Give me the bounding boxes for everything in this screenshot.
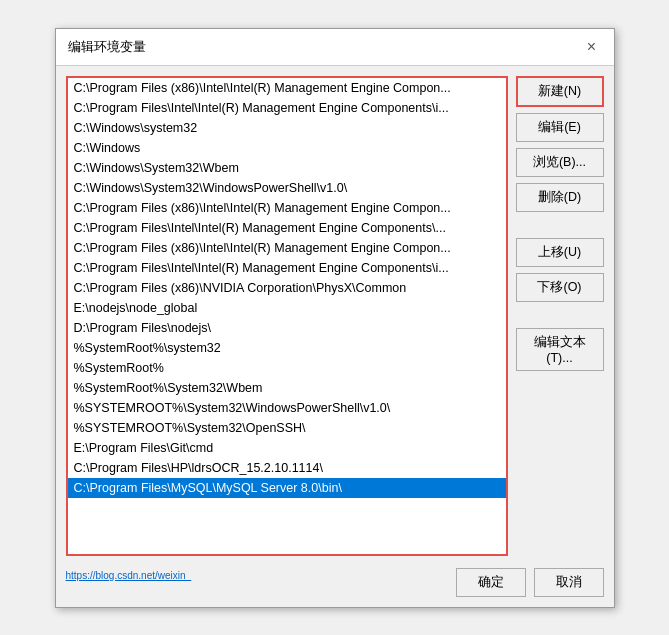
list-item[interactable]: %SystemRoot%: [68, 358, 506, 378]
dialog-footer: https://blog.csdn.net/weixin_ 确定 取消: [56, 562, 614, 607]
list-item[interactable]: C:\Program Files (x86)\Intel\Intel(R) Ma…: [68, 238, 506, 258]
buttons-column: 新建(N) 编辑(E) 浏览(B)... 删除(D) 上移(U) 下移(O) 编…: [516, 76, 604, 556]
list-item[interactable]: C:\Program Files\HP\ldrsOCR_15.2.10.1114…: [68, 458, 506, 478]
down-button[interactable]: 下移(O): [516, 273, 604, 302]
dialog-title: 编辑环境变量: [68, 38, 146, 56]
dialog-body: C:\Program Files (x86)\Intel\Intel(R) Ma…: [56, 66, 614, 562]
list-item[interactable]: C:\Program Files (x86)\Intel\Intel(R) Ma…: [68, 78, 506, 98]
list-item[interactable]: %SystemRoot%\System32\Wbem: [68, 378, 506, 398]
browse-button[interactable]: 浏览(B)...: [516, 148, 604, 177]
list-item[interactable]: C:\Program Files\Intel\Intel(R) Manageme…: [68, 98, 506, 118]
list-item[interactable]: %SystemRoot%\system32: [68, 338, 506, 358]
list-item[interactable]: C:\Windows\System32\Wbem: [68, 158, 506, 178]
list-item[interactable]: %SYSTEMROOT%\System32\OpenSSH\: [68, 418, 506, 438]
up-button[interactable]: 上移(U): [516, 238, 604, 267]
list-item[interactable]: C:\Program Files\Intel\Intel(R) Manageme…: [68, 258, 506, 278]
list-item[interactable]: E:\nodejs\node_global: [68, 298, 506, 318]
list-item[interactable]: C:\Program Files\Intel\Intel(R) Manageme…: [68, 218, 506, 238]
list-item[interactable]: E:\Program Files\Git\cmd: [68, 438, 506, 458]
list-item[interactable]: C:\Windows: [68, 138, 506, 158]
list-item[interactable]: C:\Windows\System32\WindowsPowerShell\v1…: [68, 178, 506, 198]
ok-button[interactable]: 确定: [456, 568, 526, 597]
cancel-button[interactable]: 取消: [534, 568, 604, 597]
delete-button[interactable]: 删除(D): [516, 183, 604, 212]
list-item[interactable]: C:\Windows\system32: [68, 118, 506, 138]
title-bar: 编辑环境变量 ×: [56, 29, 614, 66]
close-button[interactable]: ×: [582, 37, 602, 57]
edit-text-button[interactable]: 编辑文本(T)...: [516, 328, 604, 371]
list-item[interactable]: C:\Program Files\MySQL\MySQL Server 8.0\…: [68, 478, 506, 498]
edit-button[interactable]: 编辑(E): [516, 113, 604, 142]
list-item[interactable]: C:\Program Files (x86)\NVIDIA Corporatio…: [68, 278, 506, 298]
list-item[interactable]: D:\Program Files\nodejs\: [68, 318, 506, 338]
list-item[interactable]: %SYSTEMROOT%\System32\WindowsPowerShell\…: [68, 398, 506, 418]
edit-env-dialog: 编辑环境变量 × C:\Program Files (x86)\Intel\In…: [55, 28, 615, 608]
footer-url: https://blog.csdn.net/weixin_: [66, 570, 192, 581]
list-item[interactable]: C:\Program Files (x86)\Intel\Intel(R) Ma…: [68, 198, 506, 218]
env-list[interactable]: C:\Program Files (x86)\Intel\Intel(R) Ma…: [66, 76, 508, 556]
new-button[interactable]: 新建(N): [516, 76, 604, 107]
